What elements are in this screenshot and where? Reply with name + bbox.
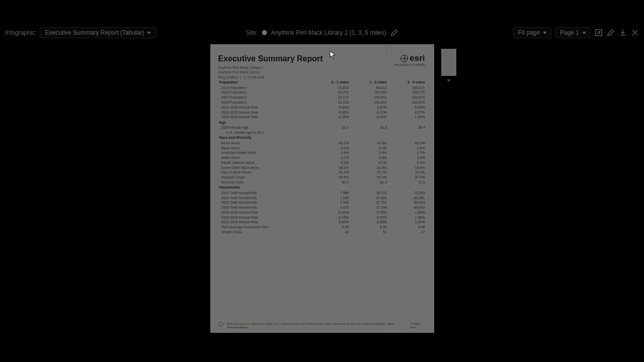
table-row: 2010-2020 Annual Rate0.41%0.75%1.08% xyxy=(218,210,426,215)
row-value: -0.19% xyxy=(312,215,350,220)
row-label: 2023 Median Age xyxy=(218,125,312,130)
table-row: 2020 Total Households7,18337,40181,091 xyxy=(218,195,426,200)
row-value: 77 xyxy=(388,230,426,235)
row-value: 7,183 xyxy=(312,195,350,200)
table-row: 2028 Population22,133103,815224,872 xyxy=(218,100,426,105)
row-value: 7,473 xyxy=(312,205,350,210)
row-value: 104,651 xyxy=(350,95,388,100)
row-value: 7,166 xyxy=(312,200,350,205)
chevron-down-icon xyxy=(543,32,547,34)
row-value: 81.2 xyxy=(312,180,350,185)
row-value: 89,842 xyxy=(388,205,426,210)
row-value: 224,872 xyxy=(388,100,426,105)
row-value: 105,297 xyxy=(350,90,388,95)
infographic-select[interactable]: Executive Summary Report (Tabular) xyxy=(40,27,157,38)
row-value: 1.06% xyxy=(388,215,426,220)
row-label: 2020-2023 Annual Rate xyxy=(218,110,312,115)
export-button[interactable] xyxy=(595,29,603,37)
row-value: 2.1% xyxy=(350,145,388,150)
row-value: 21,633 xyxy=(312,85,350,90)
row-value xyxy=(312,130,350,135)
row-value: 22.8% xyxy=(350,165,388,170)
table-row: Some Other Race Alone28.1%22.8%14.6% xyxy=(218,165,426,170)
page-value: Page 1 xyxy=(560,29,579,36)
row-value: 2.6% xyxy=(388,145,426,150)
table-row: Asian Alone2.7%4.0%3.5% xyxy=(218,155,426,160)
close-button[interactable] xyxy=(631,29,639,37)
download-button[interactable] xyxy=(619,29,627,37)
zoom-select[interactable]: Fit page xyxy=(514,27,551,38)
globe-icon xyxy=(400,55,408,62)
infographic-value: Executive Summary Report (Tabular) xyxy=(45,29,144,36)
page-select[interactable]: Page 1 xyxy=(555,27,591,38)
table-row: Wealth Index415177 xyxy=(218,230,426,235)
row-value: 3.5% xyxy=(388,155,426,160)
site-marker-icon xyxy=(262,30,267,35)
row-value: 32.7 xyxy=(312,125,350,130)
row-value: 1.07% xyxy=(350,105,388,110)
edit-button[interactable] xyxy=(607,29,615,37)
row-label: 2010-2020 Annual Rate xyxy=(218,105,312,110)
page-thumbnail[interactable] xyxy=(441,49,456,76)
zoom-value: Fit page xyxy=(518,29,540,36)
row-value: 7,584 xyxy=(312,190,350,195)
report-stage: Executive Summary Report Anythink Perl M… xyxy=(0,44,644,332)
report-page: Executive Summary Report Anythink Perl M… xyxy=(210,44,434,333)
row-value: 41 xyxy=(312,230,350,235)
report-subtitle-2: Anythink Perl Mack Library xyxy=(218,70,426,74)
row-value: 0.41% xyxy=(312,210,350,215)
section-head-cell: Households xyxy=(218,185,312,190)
divider xyxy=(386,44,387,53)
mouse-cursor-icon xyxy=(330,50,336,59)
footer-copyright: © 2023 Esri xyxy=(411,322,426,329)
row-value: 1.37% xyxy=(388,220,426,225)
row-label: Pacific Islander Alone xyxy=(218,160,312,165)
infographic-label: Infographic: xyxy=(5,29,37,36)
row-value: 37.4% xyxy=(388,175,426,180)
close-icon xyxy=(631,29,639,37)
row-value: 16.1% xyxy=(388,170,426,175)
row-value: 1.08% xyxy=(388,210,426,215)
row-label: 2023 Average Household Size xyxy=(218,225,312,230)
column-header: 3 - 5 miles xyxy=(388,79,426,85)
table-row: 2020-2023 Annual Rate-0.92%-0.21%0.57% xyxy=(218,110,426,115)
row-value: 21.7% xyxy=(350,170,388,175)
row-value: 0.1% xyxy=(388,160,426,165)
report-footer: i Esri forecasts for 2023 and 2028. U.S.… xyxy=(218,322,426,329)
row-label: 2010 Total Households xyxy=(218,190,312,195)
row-value: -0.92% xyxy=(312,110,350,115)
column-header: 1 - 3 miles xyxy=(350,79,388,85)
edit-site-button[interactable] xyxy=(390,29,398,37)
table-row: 2023 Total Households7,16637,75183,919 xyxy=(218,200,426,205)
table-row: 2023-2028 Annual Rate-0.23%-0.15%1.03% xyxy=(218,115,426,120)
row-value: 2.48 xyxy=(388,225,426,230)
row-value: 54.1% xyxy=(350,175,388,180)
row-value: 213,615 xyxy=(388,95,426,100)
row-value: 2.55 xyxy=(312,225,350,230)
row-value: 62.3% xyxy=(388,140,426,145)
chevron-down-icon xyxy=(147,32,151,34)
row-value: 103,815 xyxy=(350,100,388,105)
row-value: 14.6% xyxy=(388,165,426,170)
table-row: 2020 Population22,772105,297209,772 xyxy=(218,90,426,95)
table-row: 2023 Average Household Size2.552.452.48 xyxy=(218,225,426,230)
export-icon xyxy=(595,29,603,37)
report-subtitle-3: Ring (buffer): 1, 3, 5 mile radii xyxy=(218,75,426,79)
row-label: 2010 Population xyxy=(218,85,312,90)
chevron-down-icon xyxy=(447,79,451,82)
data-table: Age2023 Median Age32.733.336.4U.S. media… xyxy=(218,120,426,135)
row-label: Some Other Race Alone xyxy=(218,165,312,170)
row-value: 28.1% xyxy=(312,165,350,170)
row-value: 94,617 xyxy=(350,85,388,90)
row-value: 0.52% xyxy=(312,105,350,110)
row-value: 0.75% xyxy=(350,210,388,215)
row-label: Wealth Index xyxy=(218,230,312,235)
table-row: Diversity Index81.281.271.5 xyxy=(218,180,426,185)
row-value: 0.1% xyxy=(350,160,388,165)
row-value: 37,766 xyxy=(350,205,388,210)
info-icon: i xyxy=(218,322,223,327)
esri-tagline: THE SCIENCE OF WHERE xyxy=(394,63,425,66)
data-table: Population0 - 1 miles1 - 3 miles3 - 5 mi… xyxy=(218,79,426,119)
table-row: Two or More Races21.2%21.7%16.1% xyxy=(218,170,426,175)
pencil-icon xyxy=(607,29,615,37)
